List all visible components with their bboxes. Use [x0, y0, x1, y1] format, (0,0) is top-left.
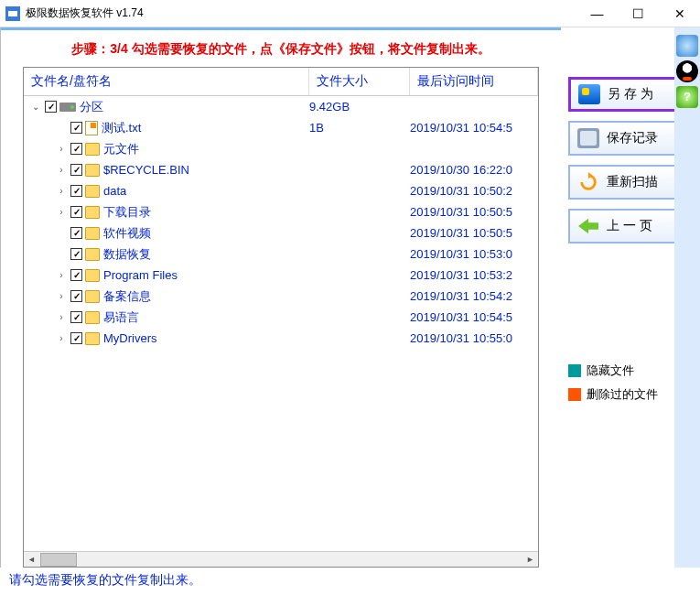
folder-icon: [85, 185, 100, 198]
legend-hidden: 隐藏文件: [568, 362, 691, 379]
minimize-button[interactable]: —: [576, 0, 618, 27]
table-row[interactable]: 测试.txt1B2019/10/31 10:54:5: [24, 117, 538, 138]
scroll-right-arrow[interactable]: ►: [522, 552, 538, 568]
expander-icon[interactable]: ›: [55, 143, 68, 156]
save-as-button[interactable]: 另 存 为: [568, 77, 687, 112]
table-row[interactable]: ›备案信息2019/10/31 10:54:2: [24, 286, 538, 307]
row-name: 备案信息: [103, 288, 151, 305]
row-checkbox[interactable]: [70, 185, 82, 197]
row-time: 2019/10/31 10:50:5: [410, 226, 538, 240]
legend-deleted-label: 删除过的文件: [587, 386, 658, 403]
expander-icon[interactable]: ›: [55, 164, 68, 177]
file-icon: [85, 121, 98, 135]
table-row[interactable]: ›易语言2019/10/31 10:54:5: [24, 307, 538, 328]
expander-icon[interactable]: ›: [55, 332, 68, 345]
table-row[interactable]: ›元文件: [24, 138, 538, 159]
col-header-name[interactable]: 文件名/盘符名: [24, 68, 309, 95]
expander-icon[interactable]: ›: [55, 290, 68, 303]
step-instruction: 步骤：3/4 勾选需要恢复的文件，点《保存文件》按钮，将文件复制出来。: [1, 27, 561, 67]
folder-icon: [85, 227, 100, 240]
row-time: 2019/10/31 10:54:5: [410, 310, 538, 324]
row-name: 分区: [80, 99, 103, 115]
row-name: 软件视频: [103, 225, 151, 242]
table-row[interactable]: ›Program Files2019/10/31 10:53:2: [24, 265, 538, 286]
row-time: 2019/10/31 10:54:2: [410, 289, 538, 303]
row-size: 9.42GB: [309, 100, 410, 114]
app-icon: [5, 6, 20, 21]
back-label: 上 一 页: [607, 218, 652, 234]
save-log-icon: [577, 128, 599, 148]
legend-deleted-swatch: [568, 388, 581, 401]
back-icon: [577, 216, 599, 236]
side-icon-strip: ?: [674, 27, 700, 568]
legend-hidden-swatch: [568, 364, 581, 377]
grid-body: ⌄分区9.42GB测试.txt1B2019/10/31 10:54:5›元文件›…: [24, 96, 538, 551]
row-name: 元文件: [103, 141, 139, 157]
table-row[interactable]: ›MyDrivers2019/10/31 10:55:0: [24, 328, 538, 349]
grid-header: 文件名/盘符名 文件大小 最后访问时间: [24, 68, 538, 96]
row-name: data: [103, 184, 126, 198]
expander-icon: [55, 227, 68, 240]
row-name: 测试.txt: [102, 120, 141, 136]
row-time: 2019/10/31 10:53:2: [410, 268, 538, 282]
row-checkbox[interactable]: [70, 311, 82, 323]
expander-icon[interactable]: ›: [55, 311, 68, 324]
row-checkbox[interactable]: [70, 269, 82, 281]
scroll-left-arrow[interactable]: ◄: [24, 552, 39, 568]
table-row[interactable]: ›下载目录2019/10/31 10:50:5: [24, 201, 538, 222]
row-checkbox[interactable]: [70, 122, 82, 134]
file-grid: 文件名/盘符名 文件大小 最后访问时间 ⌄分区9.42GB测试.txt1B201…: [23, 67, 539, 568]
back-button[interactable]: 上 一 页: [568, 209, 687, 243]
legend-deleted: 删除过的文件: [568, 386, 691, 403]
left-panel: 步骤：3/4 勾选需要恢复的文件，点《保存文件》按钮，将文件复制出来。 文件名/…: [1, 27, 561, 568]
row-time: 2019/10/31 10:55:0: [410, 331, 538, 345]
help-icon[interactable]: ?: [676, 86, 698, 108]
titlebar: 极限数据恢复软件 v1.74 — ☐ ✕: [0, 0, 700, 27]
row-checkbox[interactable]: [70, 290, 82, 302]
row-checkbox[interactable]: [70, 164, 82, 176]
table-row[interactable]: ⌄分区9.42GB: [24, 96, 538, 117]
row-time: 2019/10/31 10:50:2: [410, 184, 538, 198]
horizontal-scrollbar[interactable]: ◄ ►: [24, 551, 538, 567]
expander-icon[interactable]: ›: [55, 185, 68, 198]
maximize-button[interactable]: ☐: [618, 0, 659, 27]
qq-icon[interactable]: [676, 60, 698, 82]
expander-icon[interactable]: ⌄: [29, 101, 42, 114]
table-row[interactable]: ›$RECYCLE.BIN2019/10/30 16:22:0: [24, 159, 538, 180]
expander-icon: [55, 248, 68, 261]
expander-icon[interactable]: ›: [55, 269, 68, 282]
folder-icon: [85, 143, 100, 156]
save-as-label: 另 存 为: [608, 86, 653, 103]
expander-icon[interactable]: ›: [55, 206, 68, 219]
svg-rect-1: [8, 11, 17, 16]
row-name: $RECYCLE.BIN: [103, 163, 189, 177]
table-row[interactable]: 数据恢复2019/10/31 10:53:0: [24, 243, 538, 265]
row-checkbox[interactable]: [70, 332, 82, 344]
scroll-thumb[interactable]: [40, 553, 77, 567]
table-row[interactable]: ›data2019/10/31 10:50:2: [24, 180, 538, 201]
rescan-button[interactable]: 重新扫描: [568, 165, 687, 200]
row-checkbox[interactable]: [70, 227, 82, 239]
close-button[interactable]: ✕: [659, 0, 700, 27]
row-checkbox[interactable]: [70, 248, 82, 260]
globe-icon[interactable]: [676, 35, 698, 57]
save-log-button[interactable]: 保存记录: [568, 121, 687, 156]
row-time: 2019/10/31 10:53:0: [410, 247, 538, 261]
row-time: 2019/10/31 10:50:5: [410, 205, 538, 219]
rescan-label: 重新扫描: [607, 174, 658, 190]
row-checkbox[interactable]: [70, 206, 82, 218]
table-row[interactable]: 软件视频2019/10/31 10:50:5: [24, 222, 538, 243]
row-checkbox[interactable]: [70, 143, 82, 155]
svg-marker-3: [578, 219, 598, 234]
folder-icon: [85, 248, 100, 261]
col-header-size[interactable]: 文件大小: [309, 68, 410, 95]
folder-icon: [85, 290, 100, 303]
row-checkbox[interactable]: [45, 101, 57, 113]
save-as-icon: [578, 84, 600, 104]
folder-icon: [85, 311, 100, 324]
expander-icon: [55, 122, 68, 135]
legend-hidden-label: 隐藏文件: [587, 362, 634, 379]
row-size: 1B: [309, 121, 410, 135]
col-header-time[interactable]: 最后访问时间: [410, 68, 538, 95]
save-log-label: 保存记录: [607, 130, 658, 146]
